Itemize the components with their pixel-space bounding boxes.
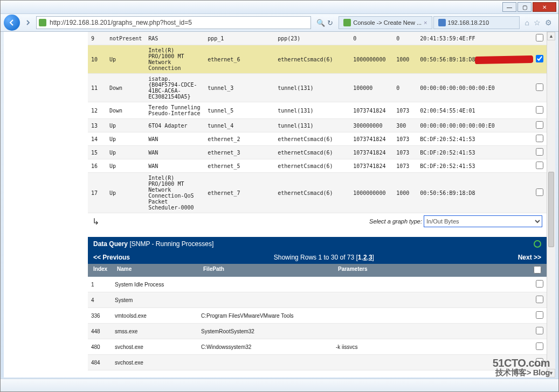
row-checkbox[interactable] [536, 34, 543, 41]
col-filepath[interactable]: FilePath [201, 266, 336, 275]
cell-type: tunnel(131) [274, 119, 350, 132]
cell-speed: 1073741824 [350, 146, 393, 159]
window-maximize-button[interactable]: ▢ [517, 2, 532, 12]
row-checkbox[interactable] [536, 55, 543, 62]
tools-icon[interactable]: ⚙ [545, 18, 552, 27]
refresh-icon[interactable]: ↻ [327, 19, 333, 27]
row-checkbox[interactable] [536, 135, 543, 142]
cell-mac: 00:50:56:B9:18:D8 [417, 173, 533, 213]
table-row[interactable]: 12DownTeredo Tunneling Pseudo-Interfacet… [88, 102, 547, 119]
cell-description: WAN [145, 159, 204, 173]
row-checkbox[interactable] [536, 280, 543, 288]
cell-highspeed: 1073 [393, 102, 417, 119]
cell-parameters [333, 292, 533, 308]
tab-close-icon[interactable]: × [424, 19, 427, 26]
cell-type: ethernetCsmacd(6) [274, 45, 350, 74]
row-checkbox[interactable] [536, 327, 543, 334]
site-icon [39, 19, 46, 26]
table-row[interactable]: 448smss.exeSystemRootSystem32 [88, 324, 547, 339]
nav-back-button[interactable] [4, 15, 20, 31]
cell-index: 484 [88, 355, 112, 370]
graph-type-select[interactable]: In/Out Bytes [424, 215, 542, 227]
cell-filepath: C:Program FilesVMwareVMware Tools [198, 308, 333, 324]
table-row[interactable]: 11Downisatap.{B04F5794-CDCE-41BC-AC6A-EC… [88, 74, 547, 102]
cell-description: RAS [145, 32, 204, 45]
reload-query-icon[interactable] [534, 240, 541, 248]
row-checkbox[interactable] [536, 296, 543, 303]
row-checkbox[interactable] [536, 188, 543, 196]
nav-forward-button[interactable] [22, 17, 34, 29]
table-row[interactable]: 9notPresentRASppp_1ppp(23)0020:41:53:59:… [88, 32, 547, 45]
cell-parameters [333, 308, 533, 324]
cell-type: ethernetCsmacd(6) [274, 173, 350, 213]
dq-title: Data Query [93, 240, 128, 248]
cell-description: WAN [145, 132, 204, 146]
prev-page-link[interactable]: << Previous [93, 254, 130, 261]
window-close-button[interactable]: ✕ [533, 2, 556, 12]
window-minimize-button[interactable]: — [502, 2, 516, 12]
cell-parameters [333, 324, 533, 339]
next-page-link[interactable]: Next >> [518, 254, 541, 261]
cell-status: Up [106, 45, 145, 74]
cell-highspeed: 0 [393, 32, 417, 45]
table-row[interactable]: 14UpWANethernet_2ethernetCsmacd(6)107374… [88, 132, 547, 146]
cell-speed: 1000000000 [350, 173, 393, 213]
scroll-thumb[interactable] [548, 172, 554, 247]
row-checkbox[interactable] [536, 148, 543, 156]
table-row[interactable]: 16UpWANethernet_5ethernetCsmacd(6)107374… [88, 159, 547, 173]
cell-mac: 00:00:00:00:00:00:00:E0 [417, 119, 533, 132]
cell-name: svchost.exe [112, 355, 198, 370]
search-icon[interactable]: 🔍 [316, 19, 325, 27]
cell-highspeed: 1073 [393, 146, 417, 159]
data-query-header: Data Query [SNMP - Running Processes] [88, 237, 547, 251]
col-parameters[interactable]: Parameters [336, 266, 532, 275]
row-checkbox[interactable] [536, 83, 543, 91]
browser-toolbar: http://192.168.18.201/graphs_new.php?hos… [1, 13, 558, 32]
col-name[interactable]: Name [115, 266, 201, 275]
cell-description: isatap.{B04F5794-CDCE-41BC-AC6A-EC308215… [145, 74, 204, 102]
row-checkbox[interactable] [536, 342, 543, 350]
cell-index: 4 [88, 292, 112, 308]
cell-filepath: SystemRootSystem32 [198, 324, 333, 339]
row-checkbox[interactable] [536, 162, 543, 169]
browser-tab-2[interactable]: 192.168.18.210 [433, 16, 520, 29]
table-row[interactable]: 336vmtoolsd.exeC:Program FilesVMwareVMwa… [88, 308, 547, 324]
vertical-scrollbar[interactable]: ▲ ▼ [547, 32, 555, 377]
table-row[interactable]: 17UpIntel(R) PRO/1000 MT Network Connect… [88, 173, 547, 213]
select-all-checkbox[interactable] [534, 266, 541, 274]
redaction-mark [475, 55, 533, 64]
cell-alias: ethernet_6 [204, 45, 274, 74]
cell-parameters: -k iissvcs [333, 339, 533, 355]
table-row[interactable]: 13Up6TO4 Adaptertunnel_4tunnel(131)30000… [88, 119, 547, 132]
cell-status: Up [106, 132, 145, 146]
cell-description: Intel(R) PRO/1000 MT Network Connection-… [145, 173, 204, 213]
table-row[interactable]: 1System Idle Process [88, 277, 547, 292]
scroll-up-icon[interactable]: ▲ [547, 32, 555, 40]
page-3-link[interactable]: 3 [369, 254, 372, 261]
cell-status: Up [106, 159, 145, 173]
table-row[interactable]: 15UpWANethernet_3ethernetCsmacd(6)107374… [88, 146, 547, 159]
cell-status: Down [106, 74, 145, 102]
row-checkbox[interactable] [536, 311, 543, 319]
table-row[interactable]: 480svchost.exeC:Windowssystem32-k iissvc… [88, 339, 547, 355]
favorites-icon[interactable]: ☆ [534, 18, 541, 27]
table-row[interactable]: 484svchost.exe [88, 355, 547, 370]
cell-speed: 1073741824 [350, 132, 393, 146]
col-index[interactable]: Index [91, 266, 115, 275]
cell-highspeed: 1073 [393, 132, 417, 146]
browser-tab-1[interactable]: Console -> Create New ... × [339, 16, 432, 29]
cell-index: 336 [88, 308, 112, 324]
cell-highspeed: 1000 [393, 173, 417, 213]
cell-highspeed: 1073 [393, 159, 417, 173]
cell-index: 12 [88, 102, 106, 119]
table-row[interactable]: 4System [88, 292, 547, 308]
tab-label: Console -> Create New ... [353, 19, 422, 26]
home-icon[interactable]: ⌂ [525, 18, 529, 27]
cell-highspeed: 300 [393, 119, 417, 132]
cell-status: Up [106, 119, 145, 132]
row-checkbox[interactable] [536, 106, 543, 114]
page-2-link[interactable]: 2 [363, 254, 367, 261]
address-bar[interactable]: http://192.168.18.201/graphs_new.php?hos… [36, 16, 311, 29]
row-checkbox[interactable] [536, 121, 543, 129]
window-titlebar: — ▢ ✕ [1, 1, 558, 13]
